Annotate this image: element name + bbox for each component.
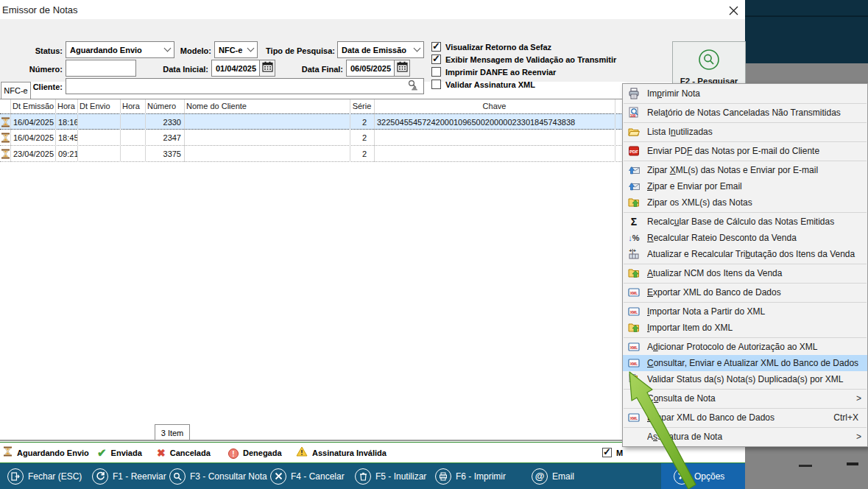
trash-icon — [355, 468, 371, 485]
menu-item-atualizar-ncm-dos-itens-da-venda[interactable]: Atualizar NCM dos Itens da Venda — [623, 265, 867, 281]
menu-item-importar-item-do-xml[interactable]: Importar Item do XML — [623, 320, 867, 336]
legend-label: Assinatura Inválida — [312, 448, 387, 457]
printer-icon — [435, 468, 451, 485]
legend-label: Enviada — [111, 448, 142, 457]
menu-item-validar-status-da-s-nota-s-duplicada-s-por[interactable]: Validar Status da(s) Nota(s) Duplicada(s… — [623, 371, 867, 387]
person-search-icon[interactable] — [406, 80, 420, 93]
checkbox-exibir-mensagem-de-validacao-ao-transmitir[interactable]: ✓Exibir Mensagem de Validação ao Transmi… — [431, 54, 616, 65]
column-header-hora[interactable]: Hora — [55, 99, 77, 113]
cell-nome-do-cliente — [184, 114, 350, 130]
checkbox-box[interactable]: ✓ — [602, 448, 612, 457]
checkbox-imprimir-danfe-ao-reenviar[interactable]: Imprimir DANFE ao Reenviar — [431, 66, 556, 77]
toolbar-f5-inutilizar[interactable]: F5 - Inutilizar — [355, 463, 426, 489]
data-inicial-input[interactable]: 01/04/2025 — [211, 60, 260, 77]
menu-item-icon — [627, 393, 641, 404]
status-label: Status: — [0, 46, 63, 55]
menu-item-zipar-e-enviar-por-email[interactable]: Zipar e Enviar por Email — [623, 178, 867, 194]
data-final-input[interactable]: 06/05/2025 — [346, 60, 395, 77]
denied-icon: ! — [228, 446, 239, 460]
menu-item-label: Recalcular Base de Cálculo das Notas Emi… — [647, 217, 864, 227]
checkbox-box[interactable] — [431, 80, 441, 89]
dialog-titlebar: Emissor de Notas — [0, 0, 745, 19]
data-inicial-calendar-button[interactable] — [259, 60, 275, 77]
xml-icon: XML — [627, 412, 641, 423]
menu-item-importar-nota-a-partir-do-xml[interactable]: XMLImportar Nota a Partir do XML — [623, 303, 867, 320]
toolbar-fechar-esc[interactable]: Fechar (ESC) — [7, 463, 82, 489]
menu-item-limpar-xml-do-banco-de-dados[interactable]: XMLLimpar XML do Banco de DadosCtrl+X — [623, 409, 867, 426]
checkbox-validar-assinatura-xml[interactable]: Validar Assinatura XML — [431, 79, 535, 90]
legend-select-all[interactable]: ✓M — [602, 443, 623, 462]
modelo-select[interactable]: NFC-e — [214, 41, 258, 58]
checkbox-box[interactable]: ✓ — [431, 54, 441, 64]
hourglass-icon — [1, 149, 10, 162]
at-icon: @ — [532, 468, 548, 485]
search-icon — [169, 468, 186, 485]
toolbar-f4-cancelar[interactable]: F4 - Cancelar — [270, 463, 345, 489]
checkbox-box[interactable] — [431, 67, 441, 77]
printer-icon — [627, 88, 641, 99]
toolbar-opcoes[interactable]: Opções — [661, 463, 745, 489]
column-header-chave[interactable]: Chave — [374, 99, 615, 113]
legend-enviada: ✔Enviada — [97, 443, 142, 462]
menu-item-atualizar-e-recalcular-tributacao-dos-iten[interactable]: +|+Atualizar e Recalcular Tributação dos… — [623, 246, 867, 262]
cell-dt-emissao: 16/04/2025 — [10, 130, 55, 146]
toolbar-email[interactable]: @Email — [532, 463, 574, 489]
column-header-dt-envio[interactable]: Dt Envio — [77, 99, 120, 113]
tab-nfce[interactable]: NFC-e — [1, 82, 31, 99]
svg-text:XML: XML — [630, 291, 638, 295]
menu-item-zipar-xml-s-das-notas-e-enviar-por-e-mail[interactable]: Zipar XML(s) das Notas e Enviar por E-ma… — [623, 162, 867, 178]
checkbox-label: Imprimir DANFE ao Reenviar — [445, 68, 556, 77]
background-artifact — [847, 462, 858, 465]
search-form: Status: Aguardando Envio Modelo: NFC-e T… — [0, 19, 745, 82]
menu-item-icon — [627, 431, 641, 443]
cell-serie: 2 — [350, 130, 374, 146]
menu-item-adicionar-protocolo-de-autorizacao-ao-xml[interactable]: XMLAdicionar Protocolo de Autorização ao… — [623, 339, 867, 355]
mail-zip-icon — [627, 164, 641, 176]
menu-item-recalcular-rateio-desconto-da-venda[interactable]: ↓%Recalcular Rateio Desconto da Venda — [623, 230, 867, 246]
search-green-icon — [698, 49, 720, 74]
menu-item-recalcular-base-de-calculo-das-notas-emiti[interactable]: ΣRecalcular Base de Cálculo das Notas Em… — [623, 214, 867, 230]
checkbox-visualizar-retorno-da-sefaz[interactable]: ✓Visualizar Retorno da Sefaz — [431, 41, 551, 52]
legend-partial-label: M — [616, 448, 623, 457]
close-icon[interactable] — [725, 3, 741, 18]
toolbar-label: Fechar (ESC) — [28, 471, 82, 482]
menu-item-assinatura-de-nota[interactable]: Assinatura de Nota> — [623, 429, 867, 445]
svg-text:XML: XML — [630, 345, 638, 350]
menu-item-exportar-xml-do-banco-de-dados[interactable]: XMLExportar XML do Banco de Dados — [623, 284, 867, 300]
column-header-dt-emissao[interactable]: Dt Emissão — [10, 99, 55, 113]
data-final-calendar-button[interactable] — [394, 60, 410, 77]
toolbar-label: F1 - Reenviar — [113, 471, 166, 482]
checkbox-box[interactable]: ✓ — [431, 42, 441, 52]
status-select[interactable]: Aguardando Envio — [66, 41, 174, 58]
menu-item-imprimir-nota[interactable]: Imprimir Nota — [623, 85, 867, 102]
table-gridline — [55, 99, 56, 162]
menu-item-lista-inutilizadas[interactable]: Lista Inutilizadas — [623, 124, 867, 140]
column-header-numero[interactable]: Número — [145, 99, 184, 113]
column-header-nome-do-cliente[interactable]: Nome do Cliente — [184, 99, 350, 113]
status-value: Aguardando Envio — [70, 46, 142, 54]
cell-serie: 2 — [350, 114, 374, 130]
menu-item-label: Zipar XML(s) das Notas e Enviar por E-ma… — [647, 165, 864, 175]
toolbar-f1-reenviar[interactable]: F1 - Reenviar — [92, 463, 166, 489]
menu-item-enviar-pdf-das-notas-por-e-mail-do-cliente[interactable]: PDFEnviar PDF das Notas por E-mail do Cl… — [623, 143, 867, 159]
toolbar-f6-imprimir[interactable]: F6 - Imprimir — [435, 463, 506, 489]
menu-item-label: Assinatura de Nota — [647, 432, 856, 442]
report-icon: 100 — [627, 107, 641, 119]
menu-item-relatorio-de-notas-canceladas-nao-transmit[interactable]: 100Relatório de Notas Canceladas Não Tra… — [623, 105, 867, 121]
toolbar-f3-consultar-nota[interactable]: F3 - Consultar Nota — [169, 463, 267, 489]
cell-dt-envio — [77, 114, 120, 130]
column-header-serie[interactable]: Série — [350, 99, 374, 113]
nome-cliente-input[interactable] — [66, 78, 424, 94]
column-header-hora[interactable]: Hora — [120, 99, 145, 113]
numero-input[interactable] — [66, 60, 136, 77]
menu-item-label: Imprimir Nota — [647, 88, 864, 99]
menu-item-consultar-enviar-e-atualizar-xml-do-banco-[interactable]: XMLConsultar, Enviar e Atualizar XML do … — [623, 355, 867, 371]
menu-item-label: Lista Inutilizadas — [647, 127, 864, 137]
menu-item-zipar-os-xml-s-das-notas[interactable]: Zipar os XML(s) das Notas — [623, 194, 867, 211]
menu-item-consulta-de-nota[interactable]: Consulta de Nota> — [623, 390, 867, 407]
cell-chave: 3225045545724200010965002000002330184574… — [374, 114, 615, 130]
tipo-pesquisa-select[interactable]: Data de Emissão — [337, 41, 424, 58]
checkbox-label: Validar Assinatura XML — [445, 80, 535, 89]
pages-search-icon — [627, 373, 641, 385]
table-gridline — [184, 99, 185, 162]
